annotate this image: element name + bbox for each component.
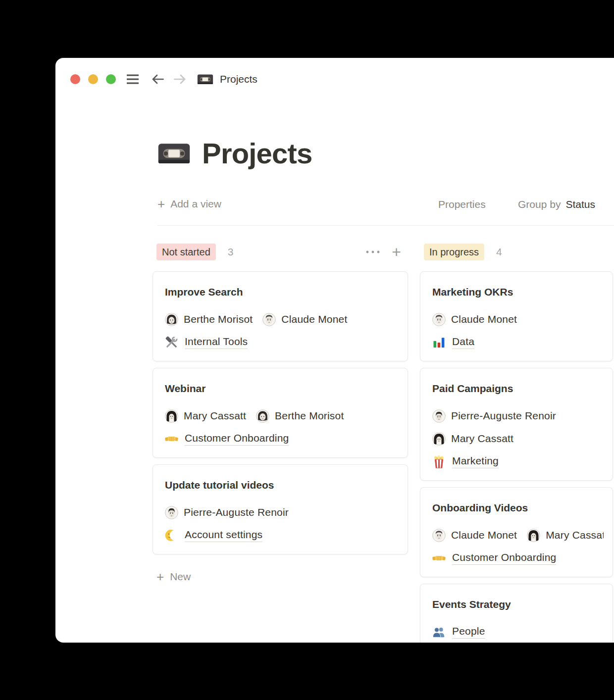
titlebar-page-title[interactable]: Projects (220, 73, 257, 85)
project-tag-link[interactable]: Data (452, 336, 474, 349)
assignee[interactable]: Berthe Morisot (256, 409, 344, 423)
assignee-name: Claude Monet (281, 313, 347, 325)
assignee[interactable]: Mary Cassatt (165, 409, 246, 423)
status-badge-not-started[interactable]: Not started (156, 244, 216, 260)
column-actions: + (365, 245, 401, 259)
bar-chart-icon (432, 336, 446, 349)
assignee[interactable]: Pierre-Auguste Renoir (432, 409, 556, 423)
tag-row: Internal Tools (165, 335, 399, 349)
kanban-board: Not started 3 + Improve Search Berthe Mo… (153, 244, 614, 643)
assignee[interactable]: Claude Monet (432, 529, 517, 542)
assignee-name: Claude Monet (451, 529, 517, 541)
assignee-name: Pierre-Auguste Renoir (184, 506, 289, 518)
column-header: In progress 4 (420, 244, 613, 260)
assignee-name: Mary Cassatt (451, 433, 513, 445)
handshake-icon (432, 551, 446, 565)
tag-row: Marketing (432, 454, 604, 468)
project-tag-link[interactable]: People (452, 625, 485, 639)
assignee[interactable]: Claude Monet (432, 313, 517, 326)
column-count: 4 (496, 246, 502, 258)
column-more-icon[interactable] (365, 250, 381, 254)
project-tag-link[interactable]: Internal Tools (185, 336, 248, 349)
column-add-card-icon[interactable]: + (392, 245, 401, 259)
vhs-icon (197, 73, 213, 86)
popcorn-icon (432, 455, 446, 468)
card-title: Marketing OKRs (432, 285, 604, 300)
assignee-name: Claude Monet (451, 313, 517, 325)
card-title: Webinar (165, 381, 399, 396)
assignee-name: Berthe Morisot (184, 313, 253, 325)
assignee[interactable]: Pierre-Auguste Renoir (165, 506, 289, 519)
view-toolbar: + Add a view Properties Group byStatus (157, 198, 614, 212)
cassatt-avatar (165, 409, 178, 423)
tag-row: People (432, 625, 604, 639)
monet-avatar (432, 529, 446, 542)
card-onboarding-videos[interactable]: Onboarding Videos Claude Monet Mary Cass… (420, 487, 613, 577)
sidebar-menu-icon[interactable] (126, 74, 140, 85)
assignees-row: Berthe Morisot Claude Monet (165, 312, 399, 326)
page-header: Projects (157, 138, 312, 169)
project-tag-link[interactable]: Customer Onboarding (185, 432, 289, 446)
card-paid-campaigns[interactable]: Paid Campaigns Pierre-Auguste Renoir Mar… (420, 368, 613, 481)
cassatt-avatar (432, 432, 446, 446)
page-title[interactable]: Projects (202, 138, 312, 169)
properties-button[interactable]: Properties (438, 199, 486, 210)
column-header: Not started 3 + (153, 244, 408, 260)
assignee-name: Mary Cassatt (546, 529, 604, 541)
project-tag-link[interactable]: Marketing (452, 455, 499, 468)
assignee[interactable]: Claude Monet (262, 313, 347, 326)
column-in-progress: In progress 4 Marketing OKRs Claude Mone… (420, 244, 613, 643)
status-badge-in-progress[interactable]: In progress (424, 244, 484, 260)
assignee-name: Berthe Morisot (275, 410, 344, 422)
cassatt-avatar (527, 529, 540, 542)
morisot-avatar (256, 409, 269, 423)
hammer-wrench-icon (165, 336, 178, 349)
tag-row: Customer Onboarding (432, 551, 604, 565)
monet-avatar (262, 313, 276, 326)
card-title: Onboarding Videos (432, 500, 604, 515)
assignees-row: Claude Monet Mary Cassatt (432, 528, 604, 542)
group-by-button[interactable]: Group byStatus (518, 199, 595, 210)
project-tag-link[interactable]: Account settings (185, 529, 262, 542)
card-improve-search[interactable]: Improve Search Berthe Morisot Claude Mon… (153, 271, 408, 361)
assignees-row: Pierre-Auguste Renoir (165, 505, 399, 519)
card-webinar[interactable]: Webinar Mary Cassatt Berthe Morisot Cust… (153, 368, 408, 458)
assignees-row: Mary Cassatt Berthe Morisot (165, 409, 399, 423)
card-title: Update tutorial videos (165, 478, 399, 493)
titlebar: Projects (70, 70, 257, 89)
assignee[interactable]: Berthe Morisot (165, 313, 253, 326)
group-by-label: Group by (518, 199, 561, 210)
group-by-value: Status (565, 199, 595, 210)
fullscreen-window-button[interactable] (106, 74, 116, 84)
card-events-strategy[interactable]: Events Strategy People (420, 584, 613, 643)
renoir-avatar (165, 506, 178, 519)
vhs-icon[interactable] (157, 141, 191, 166)
forward-icon (173, 74, 186, 85)
close-window-button[interactable] (70, 74, 80, 84)
minimize-window-button[interactable] (88, 74, 98, 84)
assignee[interactable]: Mary Cassatt (527, 529, 604, 542)
assignees-row: Pierre-Auguste Renoir (432, 409, 604, 423)
assignee[interactable]: Mary Cassatt (432, 432, 513, 446)
card-title: Events Strategy (432, 597, 604, 612)
tag-row: Account settings (165, 528, 399, 542)
assignee-name: Pierre-Auguste Renoir (451, 410, 556, 422)
new-card-label: New (170, 571, 191, 583)
card-marketing-okrs[interactable]: Marketing OKRs Claude Monet Data (420, 271, 613, 361)
add-view-label: Add a view (170, 198, 221, 210)
back-icon[interactable] (152, 74, 164, 85)
add-view-button[interactable]: + Add a view (157, 198, 221, 210)
assignee-name: Mary Cassatt (184, 410, 246, 422)
card-update-tutorial-videos[interactable]: Update tutorial videos Pierre-Auguste Re… (153, 464, 408, 554)
column-not-started: Not started 3 + Improve Search Berthe Mo… (153, 244, 408, 583)
toolbar-divider (157, 225, 614, 226)
tag-row: Data (432, 335, 604, 349)
handshake-icon (165, 432, 178, 446)
renoir-avatar (432, 409, 446, 423)
assignees-row: Mary Cassatt (432, 432, 604, 446)
assignees-row: Claude Monet (432, 312, 604, 326)
project-tag-link[interactable]: Customer Onboarding (452, 551, 556, 565)
moon-icon (165, 529, 178, 542)
morisot-avatar (165, 313, 178, 326)
new-card-button[interactable]: + New (153, 570, 408, 583)
